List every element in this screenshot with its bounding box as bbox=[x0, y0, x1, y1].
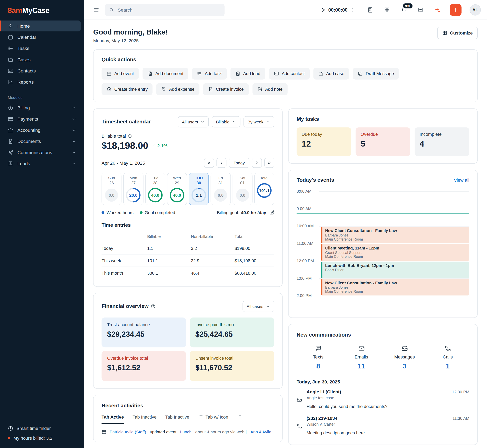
view-all-link[interactable]: View all bbox=[454, 178, 469, 183]
create-time-entry-button[interactable]: Create time entry bbox=[102, 83, 153, 95]
customize-label: Customize bbox=[450, 31, 473, 35]
new-communications-card: New communications Texts 8 Emails 11 bbox=[288, 324, 478, 445]
calculator-icon bbox=[367, 7, 373, 13]
search-input[interactable] bbox=[117, 7, 220, 13]
tab-inactive-2[interactable]: Tab Inactive bbox=[165, 415, 189, 424]
info-icon[interactable] bbox=[128, 134, 132, 138]
sidebar-item-home[interactable]: Home bbox=[0, 21, 81, 32]
tab-icon-only[interactable] bbox=[237, 415, 242, 424]
hamburger-menu-button[interactable] bbox=[92, 6, 101, 14]
day-cell-sun[interactable]: Sun 26 0.0 bbox=[102, 173, 122, 205]
communication-item[interactable]: Angie Li (Client) 12:30 PM Angie test ca… bbox=[297, 384, 469, 411]
activity-actor-link[interactable]: Patricia Avila (Staff) bbox=[110, 430, 146, 434]
create-invoice-button[interactable]: Create invoice bbox=[203, 83, 249, 95]
play-icon[interactable] bbox=[320, 7, 326, 13]
add-case-button[interactable]: Add case bbox=[313, 68, 349, 80]
period-filter-dropdown[interactable]: By week bbox=[244, 116, 274, 127]
hour-label: 12:00 PM bbox=[297, 258, 314, 263]
day-cell-mon[interactable]: Mon 27 20.0 bbox=[123, 173, 143, 205]
tab-with-icon[interactable]: Tab w/ Icon bbox=[198, 415, 228, 424]
time-entries-header-row: Billable Non-billable Total bbox=[102, 231, 274, 242]
calls-stat[interactable]: Calls 1 bbox=[426, 345, 469, 370]
global-search[interactable] bbox=[105, 4, 224, 16]
next-week-button[interactable] bbox=[252, 158, 262, 168]
invoice-paid-card[interactable]: Invoice paid this mo. $25,424.65 bbox=[190, 318, 274, 347]
incomplete-card[interactable]: Incomplete 4 bbox=[415, 128, 469, 156]
add-document-button[interactable]: Add document bbox=[143, 68, 188, 80]
tab-inactive-1[interactable]: Tab Inactive bbox=[133, 415, 157, 424]
cases-filter-dropdown[interactable]: All cases bbox=[243, 301, 274, 312]
sidebar-item-reports[interactable]: Reports bbox=[0, 77, 81, 88]
today-button[interactable]: Today bbox=[229, 158, 249, 168]
overdue-card[interactable]: Overdue 5 bbox=[356, 128, 410, 156]
notification-badge: 99+ bbox=[403, 3, 413, 9]
first-week-button[interactable] bbox=[204, 158, 214, 168]
texts-stat[interactable]: Texts 8 bbox=[297, 345, 340, 370]
event-10am[interactable]: New Client Consultation - Family Law Bar… bbox=[321, 227, 469, 243]
messages-stat[interactable]: Messages 3 bbox=[383, 345, 426, 370]
sidebar-item-cases[interactable]: Cases bbox=[0, 54, 81, 65]
edit-goal-icon[interactable] bbox=[269, 210, 274, 215]
page-header: Good morning, Blake! Monday, May 12, 202… bbox=[93, 27, 478, 43]
help-icon[interactable] bbox=[151, 304, 156, 309]
due-today-card[interactable]: Due today 12 bbox=[297, 128, 351, 156]
sidebar-item-calendar[interactable]: Calendar bbox=[0, 32, 81, 43]
day-cell-tue[interactable]: Tue 28 40.0 bbox=[145, 173, 165, 205]
activity-object-link[interactable]: Lunch bbox=[180, 430, 192, 434]
hours-billed[interactable]: My hours billed: 3.2 bbox=[0, 436, 84, 440]
unsent-invoice-card[interactable]: Unsent invoice total $11,670.52 bbox=[190, 351, 274, 381]
event-1pm[interactable]: New Client Consultation - Family Law Bar… bbox=[321, 279, 469, 295]
add-lead-button[interactable]: Add lead bbox=[230, 68, 265, 80]
add-event-button[interactable]: Add event bbox=[102, 68, 139, 80]
sidebar-footer: Smart time finder My hours billed: 3.2 bbox=[0, 426, 84, 448]
ai-assistant-button[interactable] bbox=[433, 6, 442, 14]
add-contact-button[interactable]: Add contact bbox=[269, 68, 310, 80]
recent-activities-tabs: Tab Active Tab Inactive Tab Inactive Tab… bbox=[102, 415, 274, 424]
day-cell-thu-today[interactable]: THU 30 1.1 bbox=[189, 173, 209, 205]
sidebar-nav: Home Calendar Tasks Cases Contacts Repor… bbox=[0, 21, 84, 87]
emails-stat[interactable]: Emails 11 bbox=[340, 345, 383, 370]
smart-time-finder[interactable]: Smart time finder bbox=[0, 426, 84, 431]
sidebar-item-billing[interactable]: Billing bbox=[0, 102, 81, 113]
customize-button[interactable]: Customize bbox=[437, 27, 478, 39]
create-new-button[interactable] bbox=[450, 4, 461, 16]
financial-cards: Trust account balance $29,234.45 Invoice… bbox=[102, 318, 274, 381]
sidebar-item-payments[interactable]: Payments bbox=[0, 113, 81, 124]
sidebar-item-communications[interactable]: Communications bbox=[0, 147, 81, 158]
trust-account-balance-card[interactable]: Trust account balance $29,234.45 bbox=[102, 318, 186, 347]
draft-message-button[interactable]: Draft Message bbox=[353, 68, 399, 80]
day-cell-fri[interactable]: Fri 31 0.0 bbox=[211, 173, 230, 205]
tab-active[interactable]: Tab Active bbox=[102, 415, 124, 424]
due-today-count: 12 bbox=[302, 139, 346, 149]
last-week-button[interactable] bbox=[264, 158, 274, 168]
case-name: Angie test case bbox=[306, 395, 469, 400]
overdue-invoice-card[interactable]: Overdue invoice total $1,612.52 bbox=[102, 351, 186, 381]
sidebar-item-documents[interactable]: Documents bbox=[0, 136, 81, 147]
sidebar-item-tasks[interactable]: Tasks bbox=[0, 43, 81, 54]
calculator-button[interactable] bbox=[366, 6, 375, 14]
help-chat-button[interactable] bbox=[416, 6, 425, 14]
prev-week-button[interactable] bbox=[217, 158, 227, 168]
todays-events-card: Today's events View all 8: bbox=[288, 170, 478, 318]
user-avatar[interactable]: AL bbox=[470, 4, 481, 16]
activity-related-link[interactable]: Ann A Avila bbox=[250, 430, 271, 434]
kebab-menu-icon[interactable] bbox=[350, 7, 354, 12]
apps-button[interactable] bbox=[383, 6, 392, 14]
billable-filter-dropdown[interactable]: Billable bbox=[212, 116, 240, 127]
sidebar-item-accounting[interactable]: Accounting bbox=[0, 125, 81, 136]
app-logo[interactable]: 8amMyCase bbox=[0, 0, 84, 21]
notifications-button[interactable]: 99+ bbox=[399, 6, 408, 14]
add-task-button[interactable]: Add task bbox=[192, 68, 227, 80]
day-cell-sat[interactable]: Sat 01 0.0 bbox=[233, 173, 252, 205]
sidebar-item-leads[interactable]: Leads bbox=[0, 158, 81, 169]
communication-item[interactable]: (232) 239-1934 11:30 AM Wilson v. Carter… bbox=[297, 411, 469, 437]
event-11am[interactable]: Client Meeting, 11am - 12pm Grant Spousa… bbox=[321, 244, 469, 261]
timer-widget[interactable]: 00:00:00 bbox=[320, 7, 355, 13]
main-area: 00:00:00 99+ AL Good morning, Blake! bbox=[84, 0, 487, 448]
event-12pm[interactable]: Lunch with Bob Bryant, 12pm - 1pm Bob's … bbox=[321, 262, 469, 278]
sidebar-item-contacts[interactable]: Contacts bbox=[0, 65, 81, 76]
users-filter-dropdown[interactable]: All users bbox=[178, 116, 209, 127]
add-expense-button[interactable]: Add expense bbox=[156, 83, 199, 95]
day-cell-wed[interactable]: Wed 29 40.0 bbox=[167, 173, 187, 205]
add-note-button[interactable]: Add note bbox=[252, 83, 288, 95]
